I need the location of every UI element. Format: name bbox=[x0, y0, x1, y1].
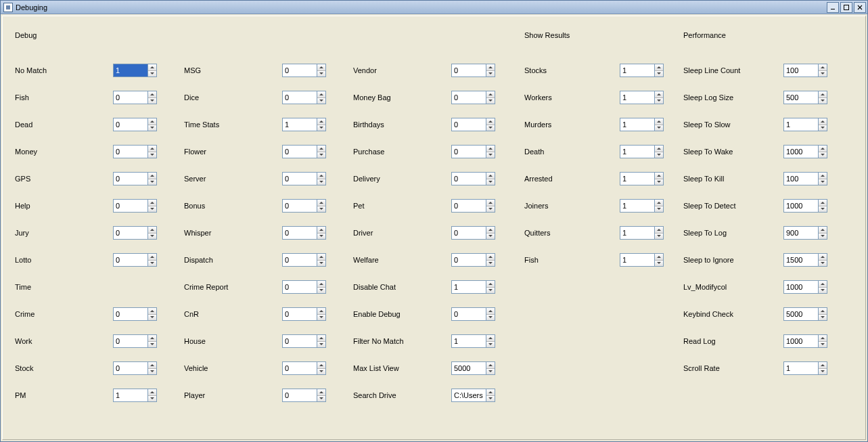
input-dead[interactable] bbox=[113, 118, 147, 131]
spin-up[interactable] bbox=[819, 118, 827, 125]
input-crime[interactable] bbox=[113, 307, 147, 321]
spin-up[interactable] bbox=[148, 362, 156, 369]
spin-up[interactable] bbox=[317, 389, 325, 396]
spin-down[interactable] bbox=[819, 369, 827, 375]
input-sleep-log-size[interactable] bbox=[783, 91, 818, 104]
spin-down[interactable] bbox=[486, 98, 495, 104]
spin-down[interactable] bbox=[317, 125, 325, 131]
spin-up[interactable] bbox=[655, 146, 663, 152]
input-vehicle[interactable] bbox=[282, 361, 317, 375]
input-workers[interactable] bbox=[620, 91, 654, 104]
input-time-stats[interactable] bbox=[282, 118, 317, 131]
spin-up[interactable] bbox=[148, 200, 156, 206]
spin-down[interactable] bbox=[486, 125, 495, 131]
spin-up[interactable] bbox=[486, 281, 495, 288]
spin-up[interactable] bbox=[148, 389, 156, 396]
spin-up[interactable] bbox=[819, 362, 827, 369]
spinner-workers[interactable] bbox=[620, 91, 664, 104]
spinner-work[interactable] bbox=[113, 334, 157, 348]
spinner-money[interactable] bbox=[113, 145, 157, 158]
spinner-lotto[interactable] bbox=[113, 253, 157, 267]
spinner-bonus[interactable] bbox=[282, 199, 326, 213]
spin-up[interactable] bbox=[317, 64, 325, 71]
spin-up[interactable] bbox=[655, 227, 663, 234]
spin-up[interactable] bbox=[486, 91, 495, 98]
spinner-joiners[interactable] bbox=[620, 199, 664, 213]
spinner-jury[interactable] bbox=[113, 226, 157, 240]
spinner-money-bag[interactable] bbox=[451, 91, 495, 104]
spinner-read-log[interactable] bbox=[783, 334, 827, 348]
spin-down[interactable] bbox=[148, 179, 156, 185]
spinner-server[interactable] bbox=[282, 172, 326, 185]
spin-down[interactable] bbox=[148, 261, 156, 267]
input-msg[interactable] bbox=[282, 64, 317, 77]
input-work[interactable] bbox=[113, 334, 147, 348]
input-disable-chat[interactable] bbox=[451, 280, 486, 294]
input-sleep-to-log[interactable] bbox=[783, 226, 818, 240]
spin-down[interactable] bbox=[486, 342, 495, 348]
input-money[interactable] bbox=[113, 145, 147, 158]
spin-down[interactable] bbox=[819, 179, 827, 185]
spinner-gps[interactable] bbox=[113, 172, 157, 185]
spinner-vehicle[interactable] bbox=[282, 361, 326, 375]
spinner-birthdays[interactable] bbox=[451, 118, 495, 131]
spin-down[interactable] bbox=[148, 234, 156, 240]
spin-up[interactable] bbox=[486, 335, 495, 342]
spin-down[interactable] bbox=[486, 396, 495, 402]
input-sleep-line-count[interactable] bbox=[783, 64, 818, 77]
spin-down[interactable] bbox=[317, 342, 325, 348]
input-enable-debug[interactable] bbox=[451, 307, 486, 321]
spin-down[interactable] bbox=[486, 288, 495, 294]
spinner-house[interactable] bbox=[282, 334, 326, 348]
spin-up[interactable] bbox=[819, 146, 827, 152]
spin-up[interactable] bbox=[486, 146, 495, 152]
input-sleep-to-kill[interactable] bbox=[783, 172, 818, 185]
spin-down[interactable] bbox=[317, 98, 325, 104]
spinner-dispatch[interactable] bbox=[282, 253, 326, 267]
spin-up[interactable] bbox=[655, 200, 663, 206]
spin-up[interactable] bbox=[486, 118, 495, 125]
spinner-death[interactable] bbox=[620, 145, 664, 158]
input-keybind-check[interactable] bbox=[783, 307, 818, 321]
input-jury[interactable] bbox=[113, 226, 147, 240]
spin-up[interactable] bbox=[317, 254, 325, 261]
spinner-sleep-to-kill[interactable] bbox=[783, 172, 827, 185]
spin-down[interactable] bbox=[317, 315, 325, 321]
spin-down[interactable] bbox=[819, 98, 827, 104]
spinner-quitters[interactable] bbox=[620, 226, 664, 240]
input-gps[interactable] bbox=[113, 172, 147, 185]
spin-down[interactable] bbox=[486, 71, 495, 77]
spin-down[interactable] bbox=[317, 206, 325, 213]
spinner-sleep-to-ignore[interactable] bbox=[783, 253, 827, 267]
input-scroll-rate[interactable] bbox=[783, 361, 818, 375]
spinner-keybind-check[interactable] bbox=[783, 307, 827, 321]
spin-up[interactable] bbox=[819, 281, 827, 288]
spin-down[interactable] bbox=[148, 98, 156, 104]
input-stocks[interactable] bbox=[620, 64, 654, 77]
input-delivery[interactable] bbox=[451, 172, 486, 185]
input-sleep-to-slow[interactable] bbox=[783, 118, 818, 131]
spin-down[interactable] bbox=[317, 71, 325, 77]
spin-down[interactable] bbox=[148, 125, 156, 131]
spinner-stock[interactable] bbox=[113, 361, 157, 375]
spin-down[interactable] bbox=[486, 261, 495, 267]
spin-up[interactable] bbox=[655, 118, 663, 125]
spin-up[interactable] bbox=[148, 173, 156, 179]
spin-up[interactable] bbox=[819, 335, 827, 342]
spin-up[interactable] bbox=[819, 64, 827, 71]
spin-down[interactable] bbox=[486, 206, 495, 213]
input-whisper[interactable] bbox=[282, 226, 317, 240]
spin-down[interactable] bbox=[819, 261, 827, 267]
spin-down[interactable] bbox=[655, 234, 663, 240]
spin-up[interactable] bbox=[148, 64, 156, 71]
input-sleep-to-detect[interactable] bbox=[783, 199, 818, 213]
input-joiners[interactable] bbox=[620, 199, 654, 213]
spin-down[interactable] bbox=[317, 152, 325, 158]
spinner-stocks[interactable] bbox=[620, 64, 664, 77]
spin-up[interactable] bbox=[486, 254, 495, 261]
spinner-scroll-rate[interactable] bbox=[783, 361, 827, 375]
spin-up[interactable] bbox=[317, 91, 325, 98]
input-dispatch[interactable] bbox=[282, 253, 317, 267]
input-read-log[interactable] bbox=[783, 334, 818, 348]
input-fish-results[interactable] bbox=[620, 253, 654, 267]
